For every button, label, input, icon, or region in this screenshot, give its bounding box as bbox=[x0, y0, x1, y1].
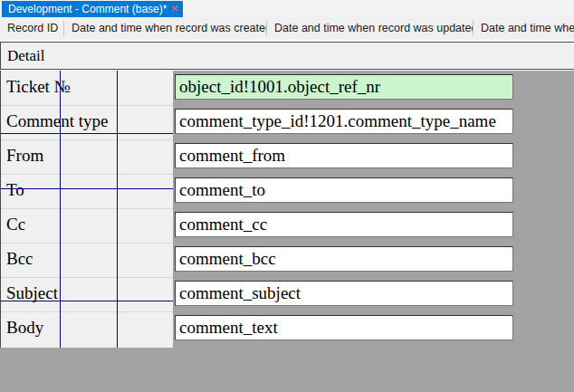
canvas-outside-area bbox=[0, 348, 574, 392]
form-field-to[interactable]: comment_to bbox=[175, 177, 513, 203]
form-label-from[interactable]: From bbox=[6, 139, 169, 174]
form-design-canvas: Ticket №Comment typeFromToCcBccSubjectBo… bbox=[0, 71, 574, 348]
form-field-from[interactable]: comment_from bbox=[175, 143, 513, 168]
form-label-bcc[interactable]: Bcc bbox=[6, 243, 169, 277]
form-field-subject[interactable]: comment_subject bbox=[175, 281, 513, 306]
form-label-comment-type[interactable]: Comment type bbox=[6, 105, 169, 139]
form-label-body[interactable]: Body bbox=[6, 311, 169, 346]
grid-guide-horizontal bbox=[1, 133, 173, 134]
tab-title: Development - Comment (base)* bbox=[2, 3, 167, 15]
form-field-ticket-[interactable]: object_id!1001.object_ref_nr bbox=[175, 74, 513, 100]
form-label-cc[interactable]: Cc bbox=[6, 208, 169, 243]
form-label-to[interactable]: To bbox=[6, 174, 169, 208]
tab-development-comment[interactable]: Development - Comment (base)* ✕ bbox=[2, 1, 183, 17]
form-field-comment-type[interactable]: comment_type_id!1201.comment_type_name bbox=[175, 109, 513, 134]
form-field-body[interactable]: comment_text bbox=[175, 315, 513, 340]
form-field-cc[interactable]: comment_cc bbox=[175, 212, 513, 237]
grid-guide-vertical bbox=[60, 71, 61, 348]
form-label-ticket-[interactable]: Ticket № bbox=[6, 71, 169, 105]
form-field-bcc[interactable]: comment_bcc bbox=[175, 246, 513, 272]
column-header-1[interactable]: Date and time when record was created bbox=[64, 21, 267, 36]
column-header-0[interactable]: Record ID bbox=[0, 21, 64, 36]
tab-close-icon[interactable]: ✕ bbox=[171, 1, 183, 17]
column-header-3[interactable]: Date and time when bbox=[474, 21, 574, 36]
form-label-subject[interactable]: Subject bbox=[6, 277, 169, 311]
column-header-row: Record IDDate and time when record was c… bbox=[0, 17, 574, 40]
grid-guide-horizontal bbox=[1, 301, 173, 301]
label-column: Ticket №Comment typeFromToCcBccSubjectBo… bbox=[1, 71, 173, 348]
column-header-2[interactable]: Date and time when record was updated bbox=[267, 21, 474, 36]
field-column: object_id!1001.object_ref_nrcomment_type… bbox=[173, 71, 574, 348]
grid-guide-horizontal bbox=[1, 188, 173, 189]
grid-guide-vertical bbox=[117, 71, 118, 348]
detail-band-header[interactable]: Detail bbox=[0, 42, 574, 70]
tab-bar: Development - Comment (base)* ✕ bbox=[0, 0, 574, 17]
